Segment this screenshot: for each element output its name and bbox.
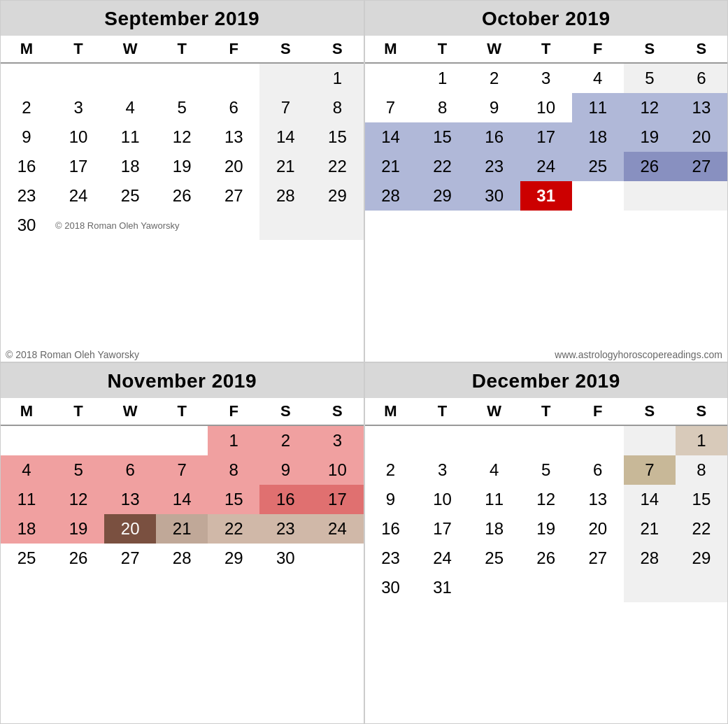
table-row: 2 3 4 5 6 7 8 bbox=[365, 455, 728, 485]
table-row: 30 31 bbox=[365, 573, 728, 602]
table-row: 25 26 27 28 29 30 bbox=[1, 544, 364, 573]
nov-d: 6 bbox=[104, 455, 156, 485]
sep-col-f: F bbox=[208, 36, 259, 63]
oct-col-t2: T bbox=[520, 36, 572, 63]
dec-col-w: W bbox=[469, 398, 520, 425]
table-row: 9 10 11 12 13 14 15 bbox=[365, 485, 728, 514]
dec-col-t2: T bbox=[520, 398, 572, 425]
sep-d: 27 bbox=[208, 181, 259, 211]
dec-d: 4 bbox=[469, 455, 520, 485]
nov-d: 8 bbox=[208, 455, 259, 485]
sep-d: 22 bbox=[311, 152, 363, 181]
sep-d: 29 bbox=[311, 181, 363, 211]
nov-d bbox=[311, 544, 363, 573]
oct-d: 13 bbox=[676, 93, 727, 122]
nov-d: 23 bbox=[259, 514, 311, 544]
sep-d: 8 bbox=[311, 93, 363, 122]
oct-d: 25 bbox=[572, 152, 624, 181]
nov-d: 4 bbox=[1, 455, 52, 485]
oct-d: 12 bbox=[624, 93, 676, 122]
table-row: 9 10 11 12 13 14 15 bbox=[1, 122, 364, 152]
sep-col-m: M bbox=[1, 36, 52, 63]
sep-col-s1: S bbox=[259, 36, 311, 63]
oct-d: 7 bbox=[365, 93, 417, 122]
sep-d bbox=[1, 63, 52, 93]
sep-d: 17 bbox=[52, 152, 104, 181]
sep-d: 4 bbox=[104, 93, 156, 122]
oct-d: 11 bbox=[572, 93, 624, 122]
nov-d bbox=[104, 425, 156, 455]
sep-d: 7 bbox=[259, 93, 311, 122]
sep-d bbox=[52, 63, 104, 93]
sep-d: 20 bbox=[208, 152, 259, 181]
oct-d: 9 bbox=[469, 93, 520, 122]
dec-d: 24 bbox=[417, 544, 469, 573]
dec-col-t1: T bbox=[417, 398, 469, 425]
nov-d: 20 bbox=[104, 514, 156, 544]
dec-d: 25 bbox=[469, 544, 520, 573]
nov-d: 22 bbox=[208, 514, 259, 544]
nov-d: 21 bbox=[156, 514, 208, 544]
oct-d: 17 bbox=[520, 122, 572, 152]
dec-d bbox=[469, 425, 520, 455]
dec-d: 15 bbox=[676, 485, 727, 514]
nov-d: 29 bbox=[208, 544, 259, 573]
dec-d: 11 bbox=[469, 485, 520, 514]
oct-d bbox=[572, 181, 624, 211]
nov-d: 12 bbox=[52, 485, 104, 514]
nov-d: 25 bbox=[1, 544, 52, 573]
dec-d: 2 bbox=[365, 455, 417, 485]
dec-d: 28 bbox=[624, 544, 676, 573]
oct-d: 20 bbox=[676, 122, 727, 152]
sep-d: 3 bbox=[52, 93, 104, 122]
sep-d: 18 bbox=[104, 152, 156, 181]
oct-d: 23 bbox=[469, 152, 520, 181]
sep-d: 10 bbox=[52, 122, 104, 152]
dec-d: 1 bbox=[676, 425, 727, 455]
oct-d: 8 bbox=[417, 93, 469, 122]
table-row: 18 19 20 21 22 23 24 bbox=[1, 514, 364, 544]
nov-d: 16 bbox=[259, 485, 311, 514]
sep-d bbox=[104, 63, 156, 93]
nov-d: 2 bbox=[259, 425, 311, 455]
oct-d: 29 bbox=[417, 181, 469, 211]
oct-d: 16 bbox=[469, 122, 520, 152]
table-row: 7 8 9 10 11 12 13 bbox=[365, 93, 728, 122]
nov-d: 17 bbox=[311, 485, 363, 514]
dec-d: 29 bbox=[676, 544, 727, 573]
oct-col-t1: T bbox=[417, 36, 469, 63]
sep-d bbox=[259, 63, 311, 93]
sep-d bbox=[208, 63, 259, 93]
oct-d: 4 bbox=[572, 63, 624, 93]
oct-d: 15 bbox=[417, 122, 469, 152]
dec-d: 7 bbox=[624, 455, 676, 485]
nov-col-s2: S bbox=[311, 398, 363, 425]
nov-d bbox=[156, 425, 208, 455]
nov-d: 26 bbox=[52, 544, 104, 573]
dec-d: 17 bbox=[417, 514, 469, 544]
dec-d bbox=[676, 573, 727, 602]
nov-col-w: W bbox=[104, 398, 156, 425]
november-calendar: November 2019 M T W T F S S 1 2 3 bbox=[0, 362, 364, 725]
oct-d: 19 bbox=[624, 122, 676, 152]
dec-d bbox=[572, 425, 624, 455]
oct-d: 3 bbox=[520, 63, 572, 93]
dec-d bbox=[520, 573, 572, 602]
table-row: 4 5 6 7 8 9 10 bbox=[1, 455, 364, 485]
nov-col-t2: T bbox=[156, 398, 208, 425]
dec-d bbox=[417, 425, 469, 455]
dec-d: 30 bbox=[365, 573, 417, 602]
nov-col-f: F bbox=[208, 398, 259, 425]
table-row: 1 2 3 bbox=[1, 425, 364, 455]
table-row: 23 24 25 26 27 28 29 bbox=[365, 544, 728, 573]
table-row: 16 17 18 19 20 21 22 bbox=[365, 514, 728, 544]
nov-col-m: M bbox=[1, 398, 52, 425]
oct-d-31: 31 bbox=[520, 181, 572, 211]
nov-col-t1: T bbox=[52, 398, 104, 425]
table-row: 23 24 25 26 27 28 29 bbox=[1, 181, 364, 211]
december-calendar: December 2019 M T W T F S S 1 bbox=[364, 362, 729, 725]
sep-d: 11 bbox=[104, 122, 156, 152]
oct-d bbox=[676, 181, 727, 211]
nov-d: 15 bbox=[208, 485, 259, 514]
oct-d: 14 bbox=[365, 122, 417, 152]
